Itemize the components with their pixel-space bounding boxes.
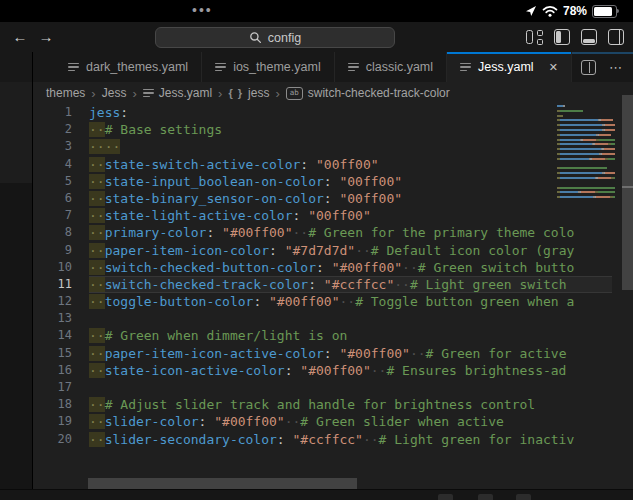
location-arrow-icon: [525, 5, 537, 17]
code-line-8[interactable]: 8··primary-color: "#00ff00"··# Green for…: [33, 224, 612, 241]
breadcrumb-item-Jess[interactable]: Jess: [102, 86, 127, 100]
line-number: 17: [33, 379, 72, 396]
code-line-14[interactable]: 14··# Green when dimmer/light is on: [33, 327, 612, 344]
customize-layout-icon[interactable]: [526, 30, 543, 45]
breadcrumb-separator: ›: [91, 86, 95, 101]
file-icon: [143, 89, 154, 98]
line-content: ··# Base settings: [89, 121, 612, 138]
search-value: config: [268, 31, 301, 45]
line-content: ··state-light-active-color: "00ff00": [89, 207, 612, 224]
line-number: 7: [33, 207, 72, 224]
overview-ruler-cursor-marker: [622, 186, 633, 188]
symbol-key-icon: ab: [286, 87, 303, 100]
line-content: [89, 310, 612, 327]
code-line-9[interactable]: 9··paper-item-icon-color: "#7d7d7d"··# D…: [33, 242, 612, 259]
code-line-6[interactable]: 6··state-binary_sensor-on-color: "00ff00…: [33, 190, 612, 207]
code-line-4[interactable]: 4··state-switch-active-color: "00ff00": [33, 156, 612, 173]
ipad-status-bar: ••• 78%: [0, 0, 633, 22]
line-number: 14: [33, 327, 72, 344]
code-line-12[interactable]: 12··toggle-button-color: "#00ff00"··# To…: [33, 293, 612, 310]
battery-percent: 78%: [563, 4, 587, 18]
bottom-edge-strip: [0, 489, 633, 500]
line-content: ··# Green when dimmer/light is on: [89, 327, 612, 344]
line-number: 6: [33, 190, 72, 207]
minimap[interactable]: [557, 105, 615, 201]
code-line-5[interactable]: 5··state-input_boolean-on-color: "00ff00…: [33, 173, 612, 190]
line-number: 15: [33, 345, 72, 362]
keyboard-toolbar-glyph: [516, 494, 531, 500]
code-line-16[interactable]: 16··state-icon-active-color: "#00ff00"··…: [33, 362, 612, 379]
line-content: ··paper-item-icon-active-color: "#00ff00…: [89, 345, 612, 362]
line-number: 13: [33, 310, 72, 327]
wifi-icon: [542, 5, 558, 17]
line-number: 19: [33, 413, 72, 430]
search-icon: [249, 31, 262, 44]
split-editor-icon[interactable]: [581, 60, 596, 75]
forward-button[interactable]: →: [36, 26, 56, 48]
line-content: ··primary-color: "#00ff00"··# Green for …: [89, 224, 612, 241]
breadcrumb-item-switch-checked-track-color[interactable]: abswitch-checked-track-color: [286, 86, 450, 100]
line-number: 11: [33, 276, 72, 293]
line-content: ··slider-secondary-color: "#ccffcc"··# L…: [89, 431, 612, 448]
code-line-20[interactable]: 20··slider-secondary-color: "#ccffcc"··#…: [33, 431, 612, 448]
line-content: jess:: [89, 104, 612, 121]
file-icon: [348, 63, 359, 72]
code-line-15[interactable]: 15··paper-item-icon-active-color: "#00ff…: [33, 345, 612, 362]
braces-icon: { }: [228, 87, 243, 99]
toggle-primary-sidebar-icon[interactable]: [554, 29, 570, 45]
code-line-1[interactable]: 1jess:: [33, 104, 612, 121]
sidebar-strip[interactable]: [0, 52, 33, 490]
code-editor[interactable]: 1jess:2··# Base settings3····4··state-sw…: [33, 104, 633, 490]
breadcrumb-item-Jess.yaml[interactable]: Jess.yaml: [143, 86, 212, 100]
line-number: 10: [33, 259, 72, 276]
code-line-13[interactable]: 13: [33, 310, 612, 327]
breadcrumb-item-themes[interactable]: themes: [46, 86, 85, 100]
code-line-7[interactable]: 7··state-light-active-color: "00ff00": [33, 207, 612, 224]
line-content: ··state-binary_sensor-on-color: "00ff00": [89, 190, 612, 207]
line-content: ··paper-item-icon-color: "#7d7d7d"··# De…: [89, 242, 612, 259]
toggle-panel-icon[interactable]: [581, 29, 597, 45]
tab-classic.yaml[interactable]: classic.yaml: [335, 52, 447, 82]
vertical-scrollbar-thumb[interactable]: [622, 95, 633, 290]
code-line-18[interactable]: 18··# Adjust slider track and handle for…: [33, 396, 612, 413]
tab-Jess.yaml[interactable]: Jess.yaml✕: [447, 52, 572, 82]
line-number: 16: [33, 362, 72, 379]
back-button[interactable]: ←: [10, 26, 30, 48]
status-indicators: 78%: [525, 0, 617, 22]
line-content: ··switch-checked-button-color: "#00ff00"…: [89, 259, 612, 276]
multitask-dots[interactable]: •••: [192, 0, 213, 20]
code-line-11[interactable]: 11··switch-checked-track-color: "#ccffcc…: [33, 276, 612, 293]
vscode-ipad-screen: ••• 78% ← → config: [0, 0, 633, 500]
code-line-2[interactable]: 2··# Base settings: [33, 121, 612, 138]
tab-dark_themes.yaml[interactable]: dark_themes.yaml: [55, 52, 202, 82]
line-content: ··switch-checked-track-color: "#ccffcc"·…: [89, 276, 612, 293]
tab-bar: ⋯ dark_themes.yamlios_theme.yamlclassic.…: [0, 52, 633, 82]
line-number: 9: [33, 242, 72, 259]
breadcrumb-separator: ›: [132, 86, 136, 101]
code-line-17[interactable]: 17: [33, 379, 612, 396]
line-content: ··state-switch-active-color: "00ff00": [89, 156, 612, 173]
close-icon[interactable]: ✕: [549, 61, 558, 74]
code-line-10[interactable]: 10··switch-checked-button-color: "#00ff0…: [33, 259, 612, 276]
tab-label: classic.yaml: [366, 60, 433, 74]
horizontal-scrollbar-thumb[interactable]: [88, 478, 357, 489]
tab-label: dark_themes.yaml: [86, 60, 188, 74]
line-number: 2: [33, 121, 72, 138]
layout-controls: [526, 29, 624, 45]
tab-ios_theme.yaml[interactable]: ios_theme.yaml: [202, 52, 335, 82]
line-number: 8: [33, 224, 72, 241]
breadcrumb-item-jess[interactable]: { }jess: [228, 86, 269, 100]
breadcrumb: themes›Jess›Jess.yaml›{ }jess›abswitch-c…: [33, 82, 633, 104]
code-line-19[interactable]: 19··slider-color: "#00ff00"··# Green sli…: [33, 413, 612, 430]
line-number: 20: [33, 431, 72, 448]
code-line-3[interactable]: 3····: [33, 138, 612, 155]
toggle-secondary-sidebar-icon[interactable]: [608, 29, 624, 45]
command-center-search[interactable]: config: [155, 27, 395, 48]
line-number: 1: [33, 104, 72, 121]
editor-more-actions-icon[interactable]: ⋯: [609, 60, 622, 75]
line-number: 5: [33, 173, 72, 190]
keyboard-toolbar-glyph: [478, 494, 493, 500]
line-content: ··state-input_boolean-on-color: "00ff00": [89, 173, 612, 190]
line-content: ··toggle-button-color: "#00ff00"··# Togg…: [89, 293, 612, 310]
breadcrumb-separator: ›: [275, 86, 279, 101]
